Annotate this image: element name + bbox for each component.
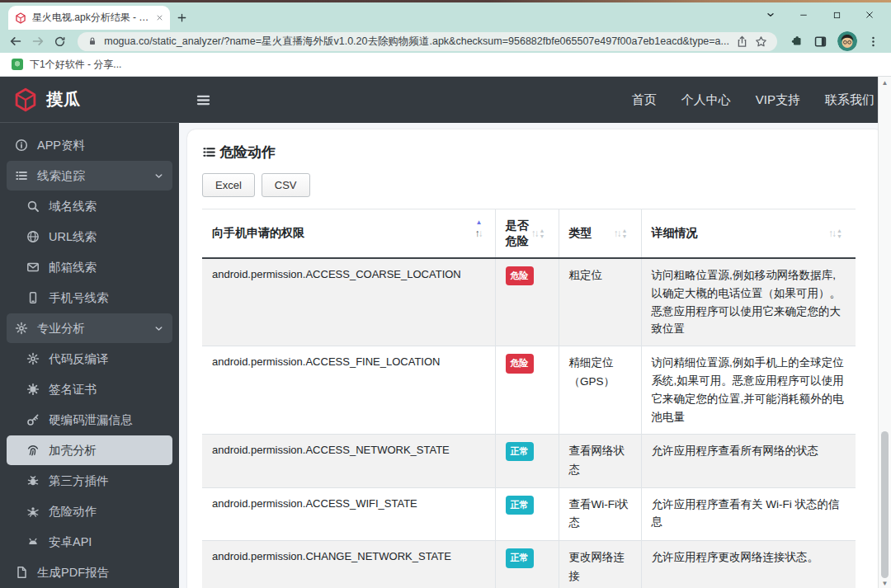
finger-icon bbox=[26, 444, 40, 457]
mogua-logo-icon bbox=[13, 87, 38, 112]
navbar-links: 首页个人中心VIP支持联系我们 bbox=[632, 92, 874, 108]
cell-type: 粗定位 bbox=[559, 258, 641, 346]
sidebar-item-bug[interactable]: 第三方插件 bbox=[7, 466, 172, 496]
scroll-down-arrow-icon[interactable]: ▼ bbox=[879, 580, 891, 587]
cell-detail: 允许应用程序更改网络连接状态。 bbox=[641, 541, 856, 588]
address-bar[interactable]: mogua.co/static_analyzer/?name=星火直播海外版v1… bbox=[78, 32, 777, 51]
tab-search-button[interactable] bbox=[754, 4, 787, 26]
browser-tab[interactable]: 星火电视.apk分析结果 - 摸瓜 bbox=[8, 6, 170, 30]
navbar-link[interactable]: 联系我们 bbox=[825, 92, 874, 108]
cell-danger: 正常 bbox=[495, 434, 559, 487]
back-button[interactable] bbox=[7, 31, 26, 51]
side-panel-icon[interactable] bbox=[813, 35, 827, 49]
sidebar-item-gear[interactable]: 专业分析 bbox=[7, 313, 172, 343]
excel-button[interactable]: Excel bbox=[202, 173, 255, 197]
column-header-danger[interactable]: 是否危险 ↑↓▲▼ bbox=[495, 209, 559, 258]
table-row: android.permission.ACCESS_WIFI_STATE 正常 … bbox=[202, 487, 856, 541]
cell-permission: android.permission.ACCESS_COARSE_LOCATIO… bbox=[202, 258, 495, 346]
brand-name: 摸瓜 bbox=[46, 88, 81, 111]
lock-icon bbox=[87, 36, 97, 46]
minimize-button[interactable] bbox=[787, 4, 820, 26]
globe-icon bbox=[26, 230, 40, 243]
sidebar-item-list[interactable]: 线索追踪 bbox=[7, 161, 172, 191]
close-window-button[interactable] bbox=[853, 4, 886, 26]
minimize-icon bbox=[799, 10, 808, 20]
extensions-puzzle-icon[interactable] bbox=[790, 35, 804, 48]
bookmark-item[interactable]: 下1个好软件 - 分享... bbox=[30, 58, 121, 72]
column-header-permission[interactable]: 向手机申请的权限 ▲↑↓ bbox=[202, 209, 495, 258]
sidebar-item-finger[interactable]: 加壳分析 bbox=[7, 435, 172, 465]
page-title: 危险动作 bbox=[202, 143, 869, 162]
bug-icon bbox=[26, 474, 40, 487]
sidebar-item-key[interactable]: 硬编码泄漏信息 bbox=[7, 405, 172, 435]
cell-detail: 允许应用程序查看所有网络的状态 bbox=[641, 434, 856, 487]
new-tab-button[interactable] bbox=[170, 6, 193, 29]
brand[interactable]: 摸瓜 bbox=[0, 77, 179, 123]
navbar-link[interactable]: 个人中心 bbox=[681, 92, 731, 108]
sort-icon: ▲↑↓ bbox=[475, 228, 485, 239]
sidebar-item-info[interactable]: APP资料 bbox=[7, 130, 172, 160]
content-card: 危险动作 Excel CSV 向手机申请的权限 ▲↑↓ bbox=[187, 129, 884, 588]
table-row: android.permission.ACCESS_NETWORK_STATE … bbox=[202, 434, 856, 487]
avatar-icon bbox=[837, 31, 857, 51]
reload-button[interactable] bbox=[51, 31, 70, 51]
close-icon bbox=[865, 10, 874, 20]
sidebar-item-globe[interactable]: URL线索 bbox=[7, 222, 172, 252]
csv-button[interactable]: CSV bbox=[262, 173, 310, 197]
profile-avatar[interactable] bbox=[837, 31, 857, 51]
sidebar-item-search[interactable]: 域名线索 bbox=[7, 191, 172, 221]
status-badge: 危险 bbox=[506, 354, 534, 374]
key-icon bbox=[26, 413, 40, 426]
status-badge: 正常 bbox=[506, 548, 534, 568]
sidebar-item-pdf[interactable]: 生成PDF报告 bbox=[7, 557, 172, 587]
sidebar-toggle-button[interactable] bbox=[196, 92, 211, 108]
status-badge: 正常 bbox=[506, 496, 534, 515]
url-text: mogua.co/static_analyzer/?name=星火直播海外版v1… bbox=[104, 35, 729, 49]
bookmarks-bar: 下1个好软件 - 分享... bbox=[0, 53, 891, 77]
search-icon bbox=[26, 200, 40, 213]
table-row: android.permission.ACCESS_FINE_LOCATION … bbox=[202, 346, 856, 434]
tab-strip: 星火电视.apk分析结果 - 摸瓜 bbox=[0, 2, 891, 30]
cell-danger: 正常 bbox=[495, 541, 559, 588]
sidebar-item-mail[interactable]: 邮箱线索 bbox=[7, 252, 172, 282]
cell-permission: android.permission.ACCESS_WIFI_STATE bbox=[202, 487, 495, 541]
sidebar: 摸瓜 APP资料 线索追踪 域名线索 URL线索 邮箱线索 手机号线索 专业分析… bbox=[0, 77, 179, 588]
maximize-button[interactable] bbox=[820, 4, 853, 26]
navbar-link[interactable]: VIP支持 bbox=[756, 92, 800, 108]
forward-button[interactable] bbox=[29, 31, 48, 51]
cell-detail: 访问精细位置源,例如手机上的全球定位系统,如果可用。恶意应用程序可以使用它来确定… bbox=[641, 346, 856, 434]
page-scrollbar[interactable]: ▲ ▼ bbox=[878, 77, 891, 588]
share-icon[interactable] bbox=[736, 35, 748, 48]
browser-window: 星火电视.apk分析结果 - 摸瓜 mogua.co/static_analyz… bbox=[0, 0, 891, 588]
content-wrapper: 危险动作 Excel CSV 向手机申请的权限 ▲↑↓ bbox=[179, 123, 891, 588]
tab-close-icon[interactable] bbox=[156, 14, 163, 21]
sidebar-item-android[interactable]: 安卓API bbox=[7, 527, 172, 557]
cell-permission: android.permission.ACCESS_NETWORK_STATE bbox=[202, 434, 495, 487]
navbar-link[interactable]: 首页 bbox=[632, 92, 657, 108]
sidebar-item-gear[interactable]: 代码反编译 bbox=[7, 344, 172, 374]
permissions-table: 向手机申请的权限 ▲↑↓ 是否危险 ↑↓▲▼ 类型 ↑↓▲▼ bbox=[202, 209, 856, 588]
spider-icon bbox=[26, 505, 40, 518]
mail-icon bbox=[26, 261, 40, 274]
column-header-type[interactable]: 类型 ↑↓▲▼ bbox=[559, 209, 641, 258]
app-area: 摸瓜 APP资料 线索追踪 域名线索 URL线索 邮箱线索 手机号线索 专业分析… bbox=[0, 77, 891, 588]
sort-icon: ↑↓▲▼ bbox=[531, 228, 549, 239]
sidebar-item-seal[interactable]: 签名证书 bbox=[7, 374, 172, 404]
scroll-up-arrow-icon[interactable]: ▲ bbox=[879, 79, 891, 87]
hamburger-icon bbox=[196, 92, 211, 108]
scrollbar-thumb[interactable] bbox=[881, 431, 889, 578]
bookmark-star-icon[interactable] bbox=[755, 35, 767, 48]
pdf-icon bbox=[15, 566, 28, 579]
sort-icon: ↑↓▲▼ bbox=[828, 228, 846, 239]
gear-icon bbox=[26, 352, 40, 365]
export-buttons: Excel CSV bbox=[202, 173, 869, 197]
column-header-detail[interactable]: 详细情况 ↑↓▲▼ bbox=[641, 209, 856, 258]
sidebar-menu: APP资料 线索追踪 域名线索 URL线索 邮箱线索 手机号线索 专业分析 代码… bbox=[0, 123, 179, 588]
top-navbar: 首页个人中心VIP支持联系我们 bbox=[179, 77, 891, 123]
sidebar-item-spider[interactable]: 危险动作 bbox=[7, 496, 172, 526]
cell-danger: 危险 bbox=[495, 258, 559, 346]
menu-dots-icon[interactable] bbox=[867, 35, 879, 48]
maximize-icon bbox=[832, 11, 842, 20]
bookmark-favicon bbox=[12, 59, 23, 70]
sidebar-item-phone[interactable]: 手机号线索 bbox=[7, 283, 172, 313]
